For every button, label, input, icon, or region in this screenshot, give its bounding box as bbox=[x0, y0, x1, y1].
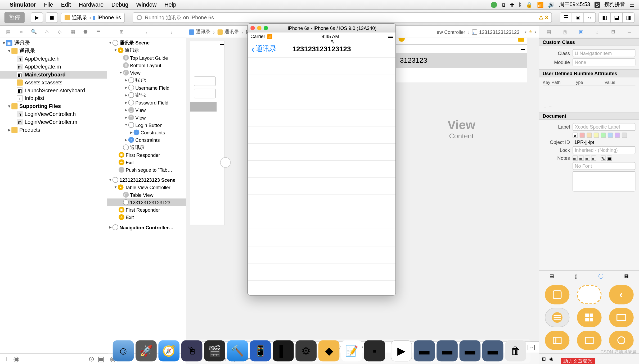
menu-edit[interactable]: Edit bbox=[61, 1, 71, 8]
nav-title-mock[interactable]: 3123123 bbox=[395, 53, 527, 68]
sim-titlebar[interactable]: iPhone 6s - iPhone 6s / iOS 9.0 (13A340) bbox=[248, 24, 395, 33]
media-lib-tab[interactable]: ▦ bbox=[624, 273, 629, 279]
module-field[interactable]: None bbox=[573, 58, 635, 66]
supporting-folder[interactable]: ▼Supporting Files bbox=[0, 102, 107, 110]
sim-back-button[interactable]: ‹通讯录 bbox=[251, 43, 277, 55]
bottom-panel-button[interactable]: ⬓ bbox=[610, 12, 623, 23]
media-app-icon[interactable]: ▶ bbox=[391, 340, 412, 362]
table-row[interactable] bbox=[248, 75, 395, 92]
tableview-node[interactable]: ▢Table View bbox=[107, 191, 186, 198]
promo-banner[interactable]: 助力文章曝光 bbox=[561, 358, 595, 364]
safari-icon[interactable]: 🧭 bbox=[158, 340, 179, 362]
menu-file[interactable]: File bbox=[44, 1, 53, 8]
crumb-item[interactable]: ‹123123123123123 bbox=[472, 29, 519, 34]
lock-icon[interactable]: 🔒 bbox=[526, 2, 533, 8]
object-lib-tab[interactable]: ◯ bbox=[598, 273, 604, 279]
standard-editor-button[interactable]: ☰ bbox=[560, 12, 572, 23]
test-tab[interactable]: ◇ bbox=[56, 28, 64, 36]
file-row[interactable]: hAppDelegate.h bbox=[0, 55, 107, 63]
notes-textarea[interactable] bbox=[573, 171, 635, 191]
table-row[interactable] bbox=[248, 195, 395, 212]
table-row[interactable] bbox=[248, 161, 395, 178]
table-row[interactable] bbox=[248, 144, 395, 161]
button-node[interactable]: ▼BLogin Button bbox=[107, 121, 186, 129]
doclabel-field[interactable]: Xcode Specific Label bbox=[573, 123, 635, 131]
outline-fwd-icon[interactable]: › bbox=[168, 28, 176, 36]
swatch-blue[interactable] bbox=[608, 133, 613, 138]
field-node[interactable]: ▶FPassword Field bbox=[107, 99, 186, 106]
sketch-icon[interactable]: ◆ bbox=[318, 340, 340, 362]
first-responder-node[interactable]: ▣First Responder bbox=[107, 206, 186, 213]
launchpad-icon[interactable]: 🚀 bbox=[136, 340, 157, 362]
constraints-node[interactable]: ▶▫Constraints bbox=[107, 136, 186, 144]
login-scene-mock[interactable]: ▬ bbox=[190, 41, 225, 225]
wifi-icon[interactable]: 📶 bbox=[537, 2, 544, 8]
video-app-icon[interactable]: 🎬 bbox=[204, 340, 225, 362]
ime-label[interactable]: 搜狗拼音 bbox=[604, 1, 626, 8]
sim-screen[interactable]: Carrier 📶 9:45 AM ▬ ‹通讯录 123123123123123 bbox=[248, 33, 395, 295]
vc-node[interactable]: ▼●通讯录 bbox=[107, 47, 186, 54]
minimized-window-icon[interactable]: ▬ bbox=[414, 340, 435, 362]
report-tab[interactable]: ☰ bbox=[94, 28, 102, 36]
file-row[interactable]: iInfo.plist bbox=[0, 94, 107, 102]
lib-glkit[interactable] bbox=[609, 331, 633, 350]
mouse-app-icon[interactable]: 🖱 bbox=[181, 340, 202, 362]
file-lib-tab[interactable]: ▤ bbox=[550, 273, 554, 279]
table-row[interactable] bbox=[248, 92, 395, 110]
pause-button[interactable]: 暂停 bbox=[4, 12, 25, 23]
sim-table[interactable] bbox=[248, 58, 395, 295]
vc-dock-icon[interactable] bbox=[399, 38, 405, 42]
identity-inspector-tab[interactable]: ▣ bbox=[577, 28, 585, 36]
font-field[interactable]: No Font bbox=[573, 162, 635, 170]
swatch-yellow[interactable] bbox=[594, 133, 599, 138]
field-node[interactable]: ▶FUsername Field bbox=[107, 84, 186, 91]
plus-icon[interactable]: ✚ bbox=[510, 2, 514, 8]
file-row[interactable]: Assets.xcassets bbox=[0, 79, 107, 87]
table-row[interactable] bbox=[248, 229, 395, 247]
table-row[interactable] bbox=[248, 212, 395, 229]
jump-back-icon[interactable]: ‹ bbox=[525, 29, 526, 35]
scm-icon[interactable]: ▣ bbox=[98, 355, 104, 363]
table-row[interactable] bbox=[248, 126, 395, 144]
jump-warn-icon[interactable]: ⚠ bbox=[528, 29, 533, 35]
layout-guide-node[interactable]: ⊟Top Layout Guide bbox=[107, 54, 186, 61]
project-tab[interactable]: ▤ bbox=[4, 28, 12, 36]
settings-icon[interactable]: ⚙ bbox=[295, 340, 317, 362]
finder-icon[interactable]: ☺ bbox=[113, 340, 134, 362]
label-node[interactable]: ▶L账户: bbox=[107, 76, 186, 84]
right-panel-button[interactable]: ◨ bbox=[622, 12, 634, 23]
outline-grid-icon[interactable]: ⊞ bbox=[118, 28, 125, 36]
scene-node[interactable]: ▼通讯录 Scene bbox=[107, 39, 186, 47]
minimized-window-icon[interactable]: ▬ bbox=[482, 340, 503, 362]
navcontroller-node[interactable]: ▶Navigation Controller… bbox=[107, 224, 186, 231]
file-row[interactable]: ◧LaunchScreen.storyboard bbox=[0, 87, 107, 94]
ime-icon[interactable]: S bbox=[595, 2, 600, 8]
zoom-icon[interactable] bbox=[264, 26, 268, 30]
help-inspector-tab[interactable]: ⍰ bbox=[561, 28, 569, 36]
notes-icon[interactable]: 📝 bbox=[341, 340, 362, 362]
text-color-icon[interactable]: ✎ bbox=[601, 156, 606, 161]
file-row[interactable]: mAppDelegate.m bbox=[0, 63, 107, 71]
minimized-window-icon[interactable]: ▬ bbox=[460, 340, 481, 362]
notification-icon[interactable]: ☰ bbox=[630, 2, 634, 8]
filter-icon[interactable]: ◉ bbox=[13, 355, 19, 363]
minimize-icon[interactable] bbox=[257, 26, 262, 30]
close-icon[interactable] bbox=[250, 26, 255, 30]
assistant-editor-button[interactable]: ◉ bbox=[572, 12, 584, 23]
class-field[interactable]: UINavigationItem bbox=[573, 49, 635, 57]
warning-badge[interactable]: ⚠ 3 bbox=[539, 15, 548, 21]
lib-tabcontroller[interactable] bbox=[609, 308, 633, 327]
swatch-none[interactable]: ✕ bbox=[573, 133, 578, 138]
align-center-icon[interactable]: ≡ bbox=[579, 156, 584, 161]
segue-node[interactable]: →Push segue to "Tab… bbox=[107, 166, 186, 173]
table-row[interactable] bbox=[248, 263, 395, 281]
symbol-tab[interactable]: ⧈ bbox=[17, 28, 25, 36]
menu-hardware[interactable]: Hardware bbox=[79, 1, 104, 8]
issue-tab[interactable]: ⚠ bbox=[43, 28, 51, 36]
table-row[interactable] bbox=[248, 246, 395, 263]
debug-tab[interactable]: ▦ bbox=[69, 28, 77, 36]
lib-viewcontroller[interactable] bbox=[545, 285, 569, 304]
lock-field[interactable]: Inherited - (Nothing) bbox=[573, 146, 635, 154]
menu-window[interactable]: Window bbox=[136, 1, 157, 8]
list-view-icon[interactable]: ◉ bbox=[549, 356, 554, 362]
